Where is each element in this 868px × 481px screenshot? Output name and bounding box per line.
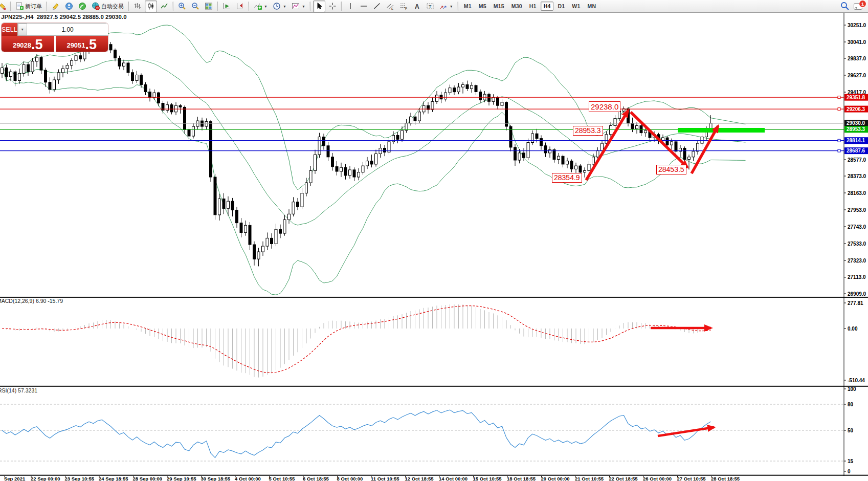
time-tick-label: 22 Oct 18:55 bbox=[609, 476, 638, 481]
time-tick-label: 27 Oct 10:55 bbox=[677, 476, 706, 481]
metaeditor-icon bbox=[52, 2, 60, 10]
time-tick-label: 12 Oct 18:55 bbox=[405, 476, 434, 481]
new-order-button-label: 新订单 bbox=[25, 3, 42, 10]
time-tick-label: 4 Oct 00:00 bbox=[235, 476, 261, 481]
sell-price-big-digit: .5 bbox=[31, 38, 43, 51]
periods-icon bbox=[273, 2, 281, 10]
timeframe-h4[interactable]: H4 bbox=[541, 2, 554, 11]
bar-chart-button[interactable] bbox=[131, 1, 144, 12]
horizontal-line-button[interactable] bbox=[358, 1, 370, 12]
toolbar-group bbox=[220, 0, 247, 12]
line-chart-button[interactable] bbox=[158, 1, 170, 12]
autotrading-button[interactable]: 自动交易 bbox=[90, 1, 126, 12]
toolbar-separator bbox=[309, 2, 310, 11]
candle-chart-button[interactable] bbox=[145, 1, 157, 12]
rsi-line bbox=[2, 410, 711, 457]
price-annotation-label[interactable]: 28953.3 bbox=[573, 126, 603, 136]
panel-frames bbox=[0, 13, 868, 476]
new-order-button[interactable]: 新订单 bbox=[13, 1, 44, 12]
time-tick-label: 6 Oct 18:55 bbox=[303, 476, 329, 481]
fibonacci-button[interactable]: F bbox=[397, 1, 410, 12]
search-icon[interactable] bbox=[839, 1, 851, 11]
timeframe-m15[interactable]: M15 bbox=[491, 2, 507, 11]
text-icon: A bbox=[413, 2, 421, 10]
time-tick-label: 23 Sep 10:55 bbox=[65, 476, 95, 481]
price-tick-label: 28577.0 bbox=[848, 157, 866, 163]
timeframe-w1[interactable]: W1 bbox=[569, 2, 583, 11]
navigator-button[interactable] bbox=[63, 1, 75, 12]
timeframe-m5[interactable]: M5 bbox=[476, 2, 489, 11]
auto-scroll-button[interactable] bbox=[220, 1, 233, 12]
toolbar-separator bbox=[172, 2, 173, 11]
metaeditor-button[interactable] bbox=[50, 1, 62, 12]
macd-tick-label: -510.44 bbox=[848, 378, 865, 383]
channel-button[interactable]: E bbox=[384, 1, 396, 12]
time-tick-label: 26 Oct 00:00 bbox=[643, 476, 672, 481]
macd-tick-label: 277.81 bbox=[848, 300, 863, 306]
rsi-indicator-label: RSI(14) 57.3231 bbox=[0, 387, 37, 393]
dropdown-caret-icon[interactable]: ▼ bbox=[302, 5, 305, 8]
sell-button[interactable]: SELL bbox=[2, 23, 17, 36]
macd-tick-label: 0.00 bbox=[848, 326, 858, 332]
rsi-axis: 1008050150 bbox=[844, 386, 856, 474]
chart-title: JPN225-,H4 28927.5 29042.5 28885.0 29030… bbox=[1, 14, 127, 20]
toolbar-separator bbox=[457, 2, 458, 11]
volume-stepper: ▼ ▲ bbox=[17, 23, 108, 36]
dropdown-caret-icon[interactable]: ▼ bbox=[264, 5, 268, 8]
text-button[interactable]: A bbox=[411, 1, 423, 12]
chart-shift-button[interactable] bbox=[234, 1, 246, 12]
text-label-button[interactable]: T bbox=[424, 1, 436, 12]
templates-icon bbox=[292, 2, 300, 10]
toolbar-separator bbox=[217, 2, 218, 11]
price-annotation-label[interactable]: 28453.5 bbox=[656, 165, 686, 174]
vline-icon bbox=[346, 2, 354, 10]
time-tick-label: 28 Sep 00:00 bbox=[133, 476, 163, 481]
clipped-icon[interactable] bbox=[0, 1, 8, 12]
time-tick-label: 24 Sep 18:55 bbox=[99, 476, 128, 481]
rsi-tick-label: 50 bbox=[848, 428, 854, 433]
trendline-button[interactable] bbox=[371, 1, 383, 12]
dropdown-caret-icon[interactable]: ▼ bbox=[283, 5, 286, 8]
volume-input[interactable] bbox=[27, 24, 108, 35]
price-annotation-label[interactable]: 29238.0 bbox=[589, 101, 620, 112]
toolbar-separator bbox=[341, 2, 342, 11]
indicators-button[interactable]: ▼ bbox=[252, 1, 270, 12]
trend-arrows bbox=[586, 111, 718, 436]
arrows-icon bbox=[439, 2, 448, 10]
sell-price[interactable]: 29028.5 bbox=[2, 36, 54, 52]
timeframe-m30[interactable]: M30 bbox=[508, 2, 525, 11]
sell-price-main: 29028 bbox=[13, 40, 31, 51]
zoom-out-button[interactable] bbox=[189, 1, 202, 12]
time-tick-label: 8 Oct 00:00 bbox=[337, 476, 363, 481]
tile-windows-button[interactable] bbox=[203, 1, 215, 12]
cursor-button[interactable] bbox=[313, 1, 325, 12]
toolbar-group: EFAT▼ bbox=[344, 0, 456, 12]
price-tick-label: 30251.0 bbox=[848, 23, 866, 28]
notifications-button[interactable]: 1 bbox=[854, 2, 865, 11]
toolbar-separator bbox=[248, 2, 249, 11]
green-zone-bar bbox=[678, 128, 765, 133]
clipped-icon bbox=[0, 2, 6, 10]
templates-button[interactable]: ▼ bbox=[290, 1, 307, 12]
crosshair-button[interactable] bbox=[326, 1, 339, 12]
volume-decrease-button[interactable]: ▼ bbox=[18, 24, 27, 35]
label-icon: T bbox=[426, 2, 434, 10]
price-tick-label: 26909.0 bbox=[848, 291, 866, 297]
toolbar-group: ▼▼▼ bbox=[251, 0, 308, 12]
toolbar-right: 1 bbox=[839, 1, 868, 11]
timeframe-h1[interactable]: H1 bbox=[526, 2, 540, 11]
periods-button[interactable]: ▼ bbox=[271, 1, 288, 12]
vertical-line-button[interactable] bbox=[344, 1, 357, 12]
timeframe-d1[interactable]: D1 bbox=[554, 2, 568, 11]
arrows-button[interactable]: ▼ bbox=[437, 1, 455, 12]
dropdown-caret-icon[interactable]: ▼ bbox=[450, 5, 453, 8]
signals-button[interactable] bbox=[76, 1, 88, 12]
time-tick-label: 15 Oct 10:55 bbox=[473, 476, 502, 481]
time-tick-label: 11 Oct 10:55 bbox=[371, 476, 399, 481]
price-annotation-label[interactable]: 28354.9 bbox=[552, 173, 582, 183]
timeframe-mn[interactable]: MN bbox=[584, 2, 599, 11]
price-badge-label: 29351.8 bbox=[847, 95, 865, 100]
timeframe-m1[interactable]: M1 bbox=[461, 2, 475, 11]
zoom-in-button[interactable] bbox=[176, 1, 188, 12]
buy-price[interactable]: 29051.5 bbox=[56, 36, 108, 52]
